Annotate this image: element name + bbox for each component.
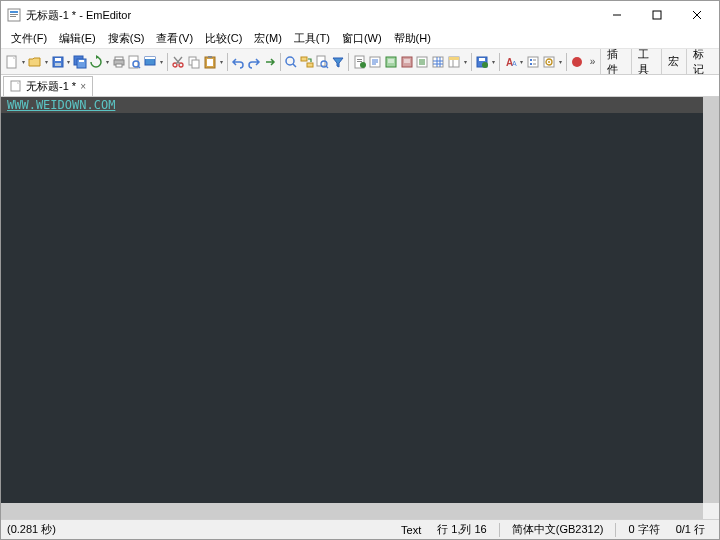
minimize-button[interactable] xyxy=(597,2,637,28)
new-file-icon[interactable] xyxy=(5,52,20,72)
jump-icon[interactable] xyxy=(262,52,277,72)
svg-rect-63 xyxy=(449,57,459,60)
menu-edit[interactable]: 编辑(E) xyxy=(53,29,102,48)
reload-dropdown[interactable]: ▾ xyxy=(104,58,110,65)
editor-area[interactable]: WWW.WEIDOWN.COM xyxy=(1,97,719,519)
maximize-button[interactable] xyxy=(637,2,677,28)
app-icon xyxy=(7,8,21,22)
font-icon[interactable]: AA xyxy=(503,52,518,72)
save-settings-icon[interactable] xyxy=(475,52,490,72)
file-icon xyxy=(10,80,22,92)
scrollbar-vertical[interactable] xyxy=(703,97,719,503)
csv-normal-icon[interactable] xyxy=(415,52,430,72)
document-tabs: 无标题-1 * × xyxy=(1,75,719,97)
svg-point-32 xyxy=(286,57,294,65)
menu-tools[interactable]: 工具(T) xyxy=(288,29,336,48)
record-macro-icon[interactable] xyxy=(570,52,585,72)
open-file-dropdown[interactable]: ▾ xyxy=(43,58,49,65)
heading-dropdown[interactable]: ▾ xyxy=(462,58,468,65)
csv-icon[interactable] xyxy=(431,52,446,72)
editor-text-link[interactable]: WWW.WEIDOWN.COM xyxy=(7,98,115,112)
toolbar-separator xyxy=(499,53,500,71)
launch-app-icon[interactable] xyxy=(143,52,158,72)
toolbar-tab-plugins[interactable]: 插件 xyxy=(600,49,629,74)
undo-icon[interactable] xyxy=(231,52,246,72)
save-all-icon[interactable] xyxy=(73,52,88,72)
redo-icon[interactable] xyxy=(246,52,261,72)
wrap-page-icon[interactable] xyxy=(399,52,414,72)
wrap-icon[interactable] xyxy=(368,52,383,72)
editor-content[interactable]: WWW.WEIDOWN.COM xyxy=(7,97,115,113)
svg-rect-70 xyxy=(528,57,538,67)
svg-rect-31 xyxy=(208,56,212,58)
open-file-icon[interactable] xyxy=(28,52,43,72)
toolbar-overflow-icon[interactable]: » xyxy=(586,56,600,67)
svg-line-38 xyxy=(326,66,328,68)
menu-file[interactable]: 文件(F) xyxy=(5,29,53,48)
config-dropdown[interactable]: ▾ xyxy=(557,58,563,65)
copy-icon[interactable] xyxy=(187,52,202,72)
svg-rect-17 xyxy=(116,64,122,67)
menu-compare[interactable]: 比较(C) xyxy=(199,29,248,48)
tab-close-icon[interactable]: × xyxy=(80,81,86,92)
svg-rect-11 xyxy=(55,63,61,66)
find-in-files-icon[interactable] xyxy=(315,52,330,72)
menu-macro[interactable]: 宏(M) xyxy=(248,29,288,48)
filter-icon[interactable] xyxy=(331,52,346,72)
menu-help[interactable]: 帮助(H) xyxy=(388,29,437,48)
scrollbar-horizontal[interactable] xyxy=(1,503,703,519)
paste-icon[interactable] xyxy=(202,52,217,72)
cut-icon[interactable] xyxy=(171,52,186,72)
wrap-window-icon[interactable] xyxy=(384,52,399,72)
status-bar: (0.281 秒) Text 行 1,列 16 简体中文(GB2312) 0 字… xyxy=(1,519,719,539)
svg-rect-3 xyxy=(10,16,16,17)
scrollbar-thumb[interactable] xyxy=(703,97,719,503)
find-icon[interactable] xyxy=(284,52,299,72)
svg-rect-34 xyxy=(301,57,307,61)
menu-view[interactable]: 查看(V) xyxy=(150,29,199,48)
toolbar-tab-markers[interactable]: 标记 xyxy=(686,49,715,74)
paste-dropdown[interactable]: ▾ xyxy=(218,58,224,65)
toolbar-tab-tools[interactable]: 工具 xyxy=(631,49,660,74)
svg-point-42 xyxy=(360,62,366,68)
svg-rect-1 xyxy=(10,11,18,13)
config-icon[interactable] xyxy=(542,52,557,72)
reload-icon[interactable] xyxy=(89,52,104,72)
svg-rect-35 xyxy=(307,63,313,67)
svg-rect-79 xyxy=(11,81,20,91)
svg-rect-10 xyxy=(55,58,61,61)
properties-icon[interactable] xyxy=(526,52,541,72)
status-encoding[interactable]: 简体中文(GB2312) xyxy=(504,522,612,537)
print-icon[interactable] xyxy=(111,52,126,72)
svg-rect-66 xyxy=(479,58,485,61)
menu-bar: 文件(F) 编辑(E) 搜索(S) 查看(V) 比较(C) 宏(M) 工具(T)… xyxy=(1,29,719,49)
save-icon[interactable] xyxy=(50,52,65,72)
status-separator xyxy=(499,523,500,537)
svg-rect-5 xyxy=(653,11,661,19)
new-file-dropdown[interactable]: ▾ xyxy=(21,58,27,65)
status-mode[interactable]: Text xyxy=(393,524,429,536)
scroll-corner xyxy=(703,503,719,519)
svg-text:A: A xyxy=(512,60,517,67)
close-button[interactable] xyxy=(677,2,717,28)
save-settings-dropdown[interactable]: ▾ xyxy=(491,58,497,65)
toolbar-separator xyxy=(471,53,472,71)
font-dropdown[interactable]: ▾ xyxy=(519,58,525,65)
document-tab[interactable]: 无标题-1 * × xyxy=(3,76,93,96)
scrollbar-thumb[interactable] xyxy=(1,503,703,519)
heading-icon[interactable] xyxy=(447,52,462,72)
replace-icon[interactable] xyxy=(299,52,314,72)
title-bar: 无标题-1 * - EmEditor xyxy=(1,1,719,29)
toolbar-separator xyxy=(167,53,168,71)
large-file-icon[interactable] xyxy=(352,52,367,72)
status-position[interactable]: 行 1,列 16 xyxy=(429,522,495,537)
save-dropdown[interactable]: ▾ xyxy=(66,58,72,65)
menu-search[interactable]: 搜索(S) xyxy=(102,29,151,48)
menu-window[interactable]: 窗口(W) xyxy=(336,29,388,48)
launch-app-dropdown[interactable]: ▾ xyxy=(158,58,164,65)
toolbar-tab-macro[interactable]: 宏 xyxy=(661,49,685,74)
print-preview-icon[interactable] xyxy=(127,52,142,72)
window-title: 无标题-1 * - EmEditor xyxy=(26,8,597,23)
toolbar: ▾ ▾ ▾ ▾ ▾ ▾ ▾ ▾ AA ▾ ▾ » 插件 工具 宏 标记 xyxy=(1,49,719,75)
window-controls xyxy=(597,2,717,28)
